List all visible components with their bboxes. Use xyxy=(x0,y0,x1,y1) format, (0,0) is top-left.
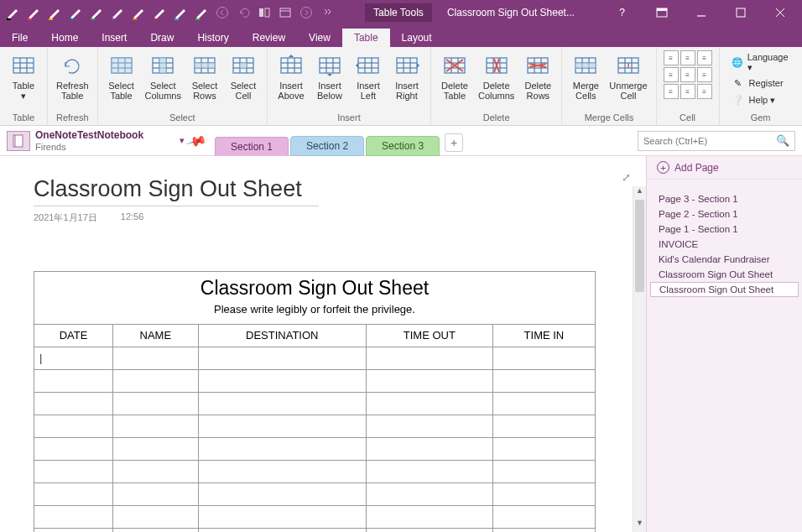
page-canvas[interactable]: ⤢ ▲ ▼ Classroom Sign Out Sheet 2021年1月17… xyxy=(0,156,646,532)
page-title[interactable]: Classroom Sign Out Sheet xyxy=(34,176,612,202)
search-input[interactable] xyxy=(643,136,776,146)
tab-draw[interactable]: Draw xyxy=(138,29,185,47)
table-cell[interactable] xyxy=(198,460,366,482)
table-cell[interactable] xyxy=(112,437,198,460)
add-page-button[interactable]: + Add Page xyxy=(647,156,802,180)
qat-back-icon[interactable] xyxy=(213,3,232,22)
tab-history[interactable]: History xyxy=(185,29,240,47)
ins-left-button[interactable]: Insert Left xyxy=(352,50,385,101)
table-cell[interactable] xyxy=(112,347,198,369)
table-cell[interactable] xyxy=(366,505,492,528)
context-tab-table-tools[interactable]: Table Tools xyxy=(365,3,432,22)
table-cell[interactable] xyxy=(34,415,113,437)
table-cell[interactable] xyxy=(34,369,113,392)
qat-pen-5[interactable] xyxy=(108,3,127,22)
qat-pen-1[interactable] xyxy=(24,3,43,22)
table-cell[interactable] xyxy=(198,392,366,415)
table-row[interactable] xyxy=(34,369,596,392)
table-cell[interactable] xyxy=(492,415,595,437)
qat-pen-7[interactable] xyxy=(150,3,169,22)
tab-layout[interactable]: Layout xyxy=(390,29,444,47)
refresh-button[interactable]: Refresh Table xyxy=(55,50,91,101)
cell-align-7[interactable]: ≡ xyxy=(680,84,695,99)
table-cell[interactable] xyxy=(492,369,595,392)
table-row[interactable] xyxy=(34,437,596,460)
table-cell[interactable] xyxy=(34,528,113,532)
table-cell[interactable] xyxy=(492,482,595,505)
table-cell[interactable] xyxy=(492,437,595,460)
page-list-item[interactable]: Kid's Calendar Fundraiser xyxy=(647,252,802,267)
page-list-item[interactable]: INVOICE xyxy=(647,237,802,252)
search-icon[interactable]: 🔍 xyxy=(776,134,789,147)
table-cell[interactable] xyxy=(366,347,492,369)
cell-align-0[interactable]: ≡ xyxy=(664,50,679,65)
table-cell[interactable] xyxy=(198,505,366,528)
table-cell[interactable] xyxy=(198,347,366,369)
tab-home[interactable]: Home xyxy=(39,29,90,47)
section-tab-2[interactable]: Section 2 xyxy=(290,136,364,156)
ins-right-button[interactable]: Insert Right xyxy=(390,50,424,101)
ins-below-button[interactable]: Insert Below xyxy=(313,50,346,101)
ribbon-display-button[interactable] xyxy=(643,0,680,25)
close-button[interactable] xyxy=(761,0,799,25)
table-cell[interactable] xyxy=(34,505,113,528)
table-header-destination[interactable]: DESTINATION xyxy=(198,324,366,347)
table-cell[interactable] xyxy=(112,392,198,415)
qat-more-icon[interactable] xyxy=(318,3,336,22)
table-header-time-in[interactable]: TIME IN xyxy=(492,324,595,347)
sel-rows-button[interactable]: Select Rows xyxy=(188,50,221,101)
vertical-scrollbar[interactable]: ▲ ▼ xyxy=(633,186,646,532)
scroll-thumb[interactable] xyxy=(635,200,644,292)
cell-align-3[interactable]: ≡ xyxy=(664,67,679,82)
cell-align-6[interactable]: ≡ xyxy=(664,84,679,99)
cell-align-1[interactable]: ≡ xyxy=(680,50,695,65)
cell-alignment-grid[interactable]: ≡≡≡≡≡≡≡≡≡ xyxy=(664,50,712,99)
page-list-item[interactable]: Classroom Sign Out Sheet xyxy=(650,282,799,297)
table-subtitle-cell[interactable]: Please write legibly or forfeit the priv… xyxy=(34,301,596,324)
section-tab-3[interactable]: Section 3 xyxy=(366,136,440,156)
table-cell[interactable] xyxy=(112,482,198,505)
page-list-item[interactable]: Page 3 - Section 1 xyxy=(647,191,802,206)
maximize-button[interactable] xyxy=(721,0,759,25)
qat-pen-0[interactable] xyxy=(3,3,22,22)
qat-fullpage-icon[interactable] xyxy=(276,3,294,22)
table-row[interactable] xyxy=(34,482,596,505)
table-cell[interactable] xyxy=(34,347,113,369)
table-header-name[interactable]: NAME xyxy=(112,324,198,347)
table-cell[interactable] xyxy=(492,505,595,528)
table-cell[interactable] xyxy=(366,437,492,460)
table-cell[interactable] xyxy=(366,482,492,505)
table-cell[interactable] xyxy=(112,528,198,532)
qat-pen-2[interactable] xyxy=(45,3,64,22)
table-cell[interactable] xyxy=(492,528,595,532)
sel-cols-button[interactable]: Select Columns xyxy=(143,50,183,101)
table-button[interactable]: Table ▾ xyxy=(7,50,40,101)
tab-insert[interactable]: Insert xyxy=(90,29,138,47)
qat-pen-4[interactable] xyxy=(87,3,106,22)
qat-undo-icon[interactable] xyxy=(234,3,253,22)
page-list-item[interactable]: Page 1 - Section 1 xyxy=(647,222,802,237)
table-cell[interactable] xyxy=(366,460,492,482)
cell-align-2[interactable]: ≡ xyxy=(697,50,712,65)
page-date[interactable]: 2021年1月17日 xyxy=(34,211,97,224)
table-cell[interactable] xyxy=(198,528,366,532)
sel-table-button[interactable]: Select Table xyxy=(105,50,138,101)
table-cell[interactable] xyxy=(34,482,113,505)
table-cell[interactable] xyxy=(34,437,113,460)
table-cell[interactable] xyxy=(366,528,492,532)
tab-view[interactable]: View xyxy=(297,29,342,47)
cell-align-4[interactable]: ≡ xyxy=(680,67,695,82)
notebook-picker[interactable]: OneNoteTestNotebook Firends ▾ 📌 xyxy=(0,129,211,153)
del-table-button[interactable]: Delete Table xyxy=(438,50,471,101)
notebook-dropdown-icon[interactable]: ▾ xyxy=(180,135,185,146)
table-row[interactable] xyxy=(34,460,596,482)
merge-button[interactable]: Merge Cells xyxy=(569,50,602,101)
table-cell[interactable] xyxy=(366,415,492,437)
qat-pen-3[interactable] xyxy=(66,3,85,22)
table-header-date[interactable]: DATE xyxy=(34,324,113,347)
page-list-item[interactable]: Classroom Sign Out Sheet xyxy=(647,267,802,282)
table-cell[interactable] xyxy=(34,392,113,415)
table-row[interactable] xyxy=(34,347,596,369)
help-button[interactable]: ? xyxy=(603,0,641,25)
gem-reg-button[interactable]: ✎Register xyxy=(732,76,790,90)
